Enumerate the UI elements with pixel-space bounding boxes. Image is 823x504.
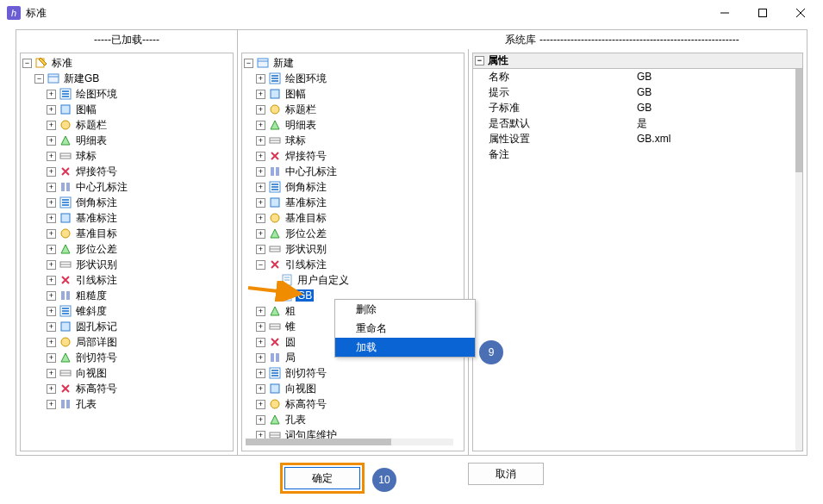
horizontal-scrollbar[interactable] <box>246 439 453 445</box>
tree-item[interactable]: + 锥斜度 <box>45 303 233 319</box>
menu-item-load[interactable]: 加载 <box>335 338 475 357</box>
tree-item[interactable]: + 焊接符号 <box>45 164 233 179</box>
tree-item[interactable]: + 球标 <box>45 148 233 164</box>
tree-item[interactable]: + 中心孔标注 <box>254 164 464 179</box>
property-row[interactable]: 备注 <box>473 146 802 162</box>
collapse-icon[interactable]: − <box>475 56 484 65</box>
tree-item[interactable]: + 标高符号 <box>254 396 464 412</box>
expand-icon[interactable]: + <box>47 384 56 394</box>
expand-icon[interactable]: + <box>47 152 56 161</box>
tree-item[interactable]: + 明细表 <box>45 133 233 148</box>
tree-item[interactable]: + 向视图 <box>254 381 464 396</box>
tree-item[interactable]: + 中心孔标注 <box>45 179 233 195</box>
expand-icon[interactable]: + <box>47 214 56 223</box>
tree-item[interactable]: + 基准标注 <box>254 195 464 210</box>
expand-icon[interactable]: + <box>47 183 56 192</box>
expand-icon[interactable]: + <box>256 229 265 239</box>
tree-item[interactable]: + 绘图环境 <box>45 86 233 102</box>
tree-root-standard[interactable]: − 标准 <box>21 55 233 71</box>
scroll-thumb[interactable] <box>795 69 802 172</box>
tree-item[interactable]: + 球标 <box>254 133 464 148</box>
expand-icon[interactable]: + <box>256 74 265 84</box>
tree-item[interactable]: + 标题栏 <box>254 102 464 117</box>
scroll-thumb[interactable] <box>246 439 391 445</box>
tree-item[interactable]: + 孔表 <box>254 412 464 427</box>
expand-icon[interactable]: + <box>256 214 265 223</box>
expand-icon[interactable]: + <box>256 369 265 378</box>
vertical-scrollbar[interactable] <box>795 69 802 451</box>
tree-item[interactable]: + 粗糙度 <box>45 288 233 303</box>
expand-icon[interactable]: + <box>47 307 56 316</box>
tree-item[interactable]: + 剖切符号 <box>45 350 233 365</box>
expand-icon[interactable]: + <box>47 276 56 285</box>
expand-icon[interactable]: + <box>256 307 265 316</box>
tree-item[interactable]: + 形状识别 <box>45 257 233 272</box>
menu-item-rename[interactable]: 重命名 <box>335 319 475 338</box>
expand-icon[interactable]: + <box>47 121 56 130</box>
tree-item[interactable]: + 形位公差 <box>45 241 233 257</box>
tree-item[interactable]: + 明细表 <box>254 117 464 133</box>
close-button[interactable] <box>782 0 820 26</box>
expand-icon[interactable]: + <box>256 245 265 254</box>
expand-icon[interactable]: + <box>256 322 265 332</box>
expand-icon[interactable]: + <box>47 245 56 254</box>
expand-icon[interactable]: + <box>47 322 56 332</box>
tree-item[interactable]: + 形位公差 <box>254 226 464 241</box>
collapse-icon[interactable]: − <box>256 260 265 270</box>
properties-header[interactable]: − 属性 <box>473 53 802 69</box>
expand-icon[interactable]: + <box>256 183 265 192</box>
tree-item[interactable]: + 基准目标 <box>254 210 464 226</box>
tree-loaded[interactable]: − 标准 − 新建GB + 绘图环境 + <box>20 53 234 451</box>
expand-icon[interactable]: + <box>256 90 265 99</box>
expand-icon[interactable]: + <box>256 384 265 394</box>
property-row[interactable]: 名称 GB <box>473 69 802 84</box>
property-row[interactable]: 是否默认 是 <box>473 115 802 131</box>
maximize-button[interactable] <box>744 0 782 26</box>
property-row[interactable]: 提示 GB <box>473 84 802 100</box>
tree-item[interactable]: + 向视图 <box>45 365 233 381</box>
tree-item[interactable]: + 图幅 <box>45 102 233 117</box>
expand-icon[interactable]: + <box>47 338 56 347</box>
expand-icon[interactable]: + <box>256 353 265 363</box>
expand-icon[interactable]: + <box>256 338 265 347</box>
collapse-icon[interactable]: − <box>34 74 44 84</box>
tree-item[interactable]: + 基准目标 <box>45 226 233 241</box>
expand-icon[interactable]: + <box>47 400 56 409</box>
tree-item[interactable]: + 引线标注 <box>45 272 233 288</box>
expand-icon[interactable]: + <box>256 152 265 161</box>
tree-item[interactable]: + 基准标注 <box>45 210 233 226</box>
tree-item[interactable]: + 图幅 <box>254 86 464 102</box>
expand-icon[interactable]: + <box>47 260 56 270</box>
property-row[interactable]: 属性设置 GB.xml <box>473 131 802 146</box>
tree-item[interactable]: + 焊接符号 <box>254 148 464 164</box>
expand-icon[interactable]: + <box>256 121 265 130</box>
tree-item[interactable]: + 剖切符号 <box>254 365 464 381</box>
expand-icon[interactable]: + <box>47 105 56 115</box>
expand-icon[interactable]: + <box>256 415 265 425</box>
expand-icon[interactable]: + <box>256 136 265 146</box>
property-row[interactable]: 子标准 GB <box>473 100 802 115</box>
expand-icon[interactable]: + <box>47 291 56 301</box>
tree-item[interactable]: + 孔表 <box>45 396 233 412</box>
collapse-icon[interactable]: − <box>22 59 32 68</box>
tree-root-new[interactable]: − 新建 <box>242 55 464 71</box>
tree-item[interactable]: + 倒角标注 <box>254 179 464 195</box>
tree-item[interactable]: + 局部详图 <box>45 334 233 350</box>
tree-item[interactable]: + 标高符号 <box>45 381 233 396</box>
expand-icon[interactable]: + <box>47 136 56 146</box>
menu-item-delete[interactable]: 删除 <box>335 300 475 319</box>
expand-icon[interactable]: + <box>47 167 56 177</box>
collapse-icon[interactable]: − <box>244 59 253 68</box>
tree-item[interactable]: − 引线标注 <box>254 257 464 272</box>
tree-item[interactable]: + 倒角标注 <box>45 195 233 210</box>
tree-system[interactable]: − 新建 + 绘图环境 + 图幅 + 标题栏 + 明细表 + 球标 + 焊接符号 <box>241 53 464 451</box>
tree-item[interactable]: + 绘图环境 <box>254 71 464 86</box>
expand-icon[interactable]: + <box>47 198 56 208</box>
tree-node-newgb[interactable]: − 新建GB <box>33 71 233 86</box>
expand-icon[interactable]: + <box>47 353 56 363</box>
expand-icon[interactable]: + <box>256 105 265 115</box>
tree-item[interactable]: + 形状识别 <box>254 241 464 257</box>
cancel-button[interactable]: 取消 <box>468 463 544 485</box>
expand-icon[interactable]: + <box>47 90 56 99</box>
expand-icon[interactable]: + <box>256 198 265 208</box>
